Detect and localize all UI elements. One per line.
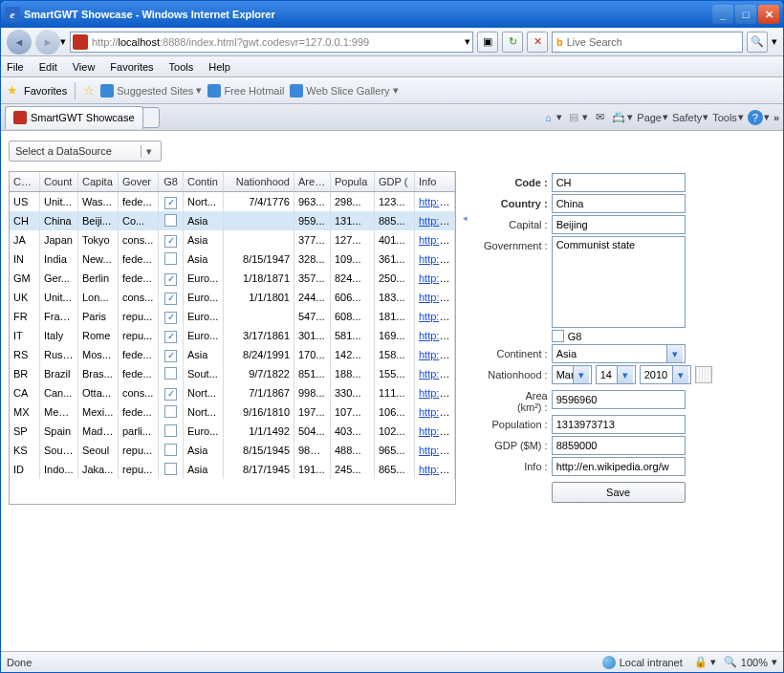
table-row[interactable]: BRBrazilBras...fede...Sout...9/7/1822851… [10, 364, 455, 383]
continent-select[interactable]: Asia [552, 344, 686, 363]
stop-button[interactable]: ✕ [527, 32, 548, 53]
g8-cell-checkbox[interactable]: ✓ [164, 293, 177, 305]
info-field[interactable]: http://en.wikipedia.org/w [552, 457, 686, 476]
back-button[interactable]: ◄ [7, 30, 32, 54]
search-go-button[interactable]: 🔍 [747, 32, 768, 53]
free-hotmail-link[interactable]: Free Hotmail [207, 84, 284, 98]
favorites-label[interactable]: Favorites [24, 85, 67, 97]
tools-menu[interactable]: Tools ▾ [712, 111, 744, 123]
mail-button[interactable]: ✉ [592, 110, 607, 125]
info-link[interactable]: http:/... [419, 253, 451, 265]
area-field[interactable]: 9596960 [552, 390, 686, 409]
table-row[interactable]: SPSpainMadridparli...Euro...1/1/1492504.… [10, 422, 455, 441]
g8-cell-checkbox[interactable]: ✓ [164, 235, 177, 248]
feeds-button[interactable]: ▤▾ [566, 110, 588, 125]
col-nationhood[interactable]: Nationhood [224, 172, 294, 191]
print-button[interactable]: 📇▾ [611, 110, 633, 125]
table-row[interactable]: INIndiaNew...fede...Asia8/15/1947328...1… [10, 250, 455, 269]
table-row[interactable]: IDIndo...Jaka...repu...Asia8/17/1945191.… [10, 460, 455, 479]
col-info[interactable]: Info [415, 172, 455, 191]
info-link[interactable]: http:/... [419, 215, 451, 227]
info-link[interactable]: http:/... [419, 349, 451, 360]
g8-cell-checkbox[interactable] [164, 405, 177, 418]
code-field[interactable]: CH [552, 173, 686, 192]
col-capital[interactable]: Capita [78, 172, 119, 191]
forward-button[interactable]: ► [35, 30, 60, 54]
g8-checkbox[interactable] [552, 330, 564, 342]
table-row[interactable]: JAJapanTokyocons...✓Asia377...127...401.… [10, 230, 455, 250]
help-button[interactable]: ?▾ [748, 110, 770, 125]
table-row[interactable]: GMGer...Berlinfede...✓Euro...1/18/187135… [10, 269, 455, 288]
col-country[interactable]: Count [40, 172, 78, 191]
protected-mode-icon[interactable]: 🔒 ▾ [694, 656, 716, 668]
menu-file[interactable]: File [7, 61, 24, 73]
history-dropdown-icon[interactable]: ▾ [60, 35, 66, 48]
g8-cell-checkbox[interactable]: ✓ [164, 273, 177, 286]
more-icon[interactable]: » [773, 112, 779, 123]
info-link[interactable]: http:/... [419, 272, 451, 284]
menu-view[interactable]: View [73, 61, 96, 73]
suggested-sites-link[interactable]: Suggested Sites ▾ [100, 84, 202, 98]
search-dropdown-icon[interactable]: ▾ [772, 35, 777, 48]
splitter-handle[interactable]: ◂ [460, 171, 465, 505]
add-fav-icon[interactable]: ☆ [83, 83, 95, 98]
minimize-button[interactable]: _ [712, 5, 733, 24]
star-icon[interactable]: ★ [7, 83, 18, 98]
capital-field[interactable]: Beijing [552, 215, 686, 234]
info-link[interactable]: http:/... [419, 464, 451, 475]
g8-cell-checkbox[interactable] [164, 444, 177, 456]
refresh-button[interactable]: ↻ [502, 32, 523, 53]
table-row[interactable]: FRFranceParisrepu...✓Euro...547...608...… [10, 307, 455, 326]
maximize-button[interactable]: □ [735, 5, 756, 24]
nat-day-select[interactable]: 14 [596, 365, 636, 384]
table-row[interactable]: CHChinaBeiji...Co...Asia959...131...885.… [10, 211, 455, 230]
table-row[interactable]: ITItalyRomerepu...✓Euro...3/17/1861301..… [10, 326, 455, 345]
col-government[interactable]: Gover [119, 172, 159, 191]
menu-favorites[interactable]: Favorites [110, 61, 153, 73]
col-continent[interactable]: Contin [184, 172, 224, 191]
info-link[interactable]: http:/... [419, 311, 451, 322]
page-menu[interactable]: Page ▾ [637, 111, 668, 123]
table-row[interactable]: RSRussiaMos...fede...✓Asia8/24/1991170..… [10, 345, 455, 364]
addr-dropdown-icon[interactable]: ▾ [465, 35, 470, 48]
g8-cell-checkbox[interactable] [164, 214, 177, 227]
tab-smartgwt[interactable]: SmartGWT Showcase [5, 106, 143, 129]
close-button[interactable]: ✕ [758, 5, 779, 24]
population-field[interactable]: 1313973713 [552, 415, 686, 434]
menu-help[interactable]: Help [208, 61, 230, 73]
g8-cell-checkbox[interactable] [164, 367, 177, 380]
nat-year-select[interactable]: 2010 [640, 365, 691, 384]
menu-edit[interactable]: Edit [39, 61, 57, 73]
g8-cell-checkbox[interactable] [164, 424, 177, 437]
home-button[interactable]: ⌂▾ [540, 110, 562, 125]
g8-cell-checkbox[interactable]: ✓ [164, 197, 177, 209]
g8-cell-checkbox[interactable]: ✓ [164, 388, 177, 401]
col-gdp[interactable]: GDP ( [375, 172, 415, 191]
info-link[interactable]: http:/... [419, 445, 451, 456]
info-link[interactable]: http:/... [419, 330, 451, 341]
address-bar[interactable]: http://localhost:8888/index.html?gwt.cod… [70, 32, 473, 53]
g8-cell-checkbox[interactable]: ✓ [164, 331, 177, 343]
info-link[interactable]: http:/... [419, 196, 451, 207]
zoom-control[interactable]: 🔍 100% ▾ [724, 656, 777, 668]
menu-tools[interactable]: Tools [169, 61, 194, 73]
table-row[interactable]: CACan...Otta...cons...✓Nort...7/1/186799… [10, 383, 455, 402]
security-zone[interactable]: Local intranet [602, 656, 683, 669]
save-button[interactable]: Save [552, 482, 686, 503]
table-row[interactable]: UKUnit...Lon...cons...✓Euro...1/1/180124… [10, 288, 455, 307]
g8-cell-checkbox[interactable]: ✓ [164, 350, 177, 362]
info-link[interactable]: http:/... [419, 387, 451, 399]
table-row[interactable]: KSSout...Seoulrepu...Asia8/15/1945984804… [10, 441, 455, 460]
g8-cell-checkbox[interactable] [164, 252, 177, 265]
col-code[interactable]: Code [10, 172, 40, 191]
g8-cell-checkbox[interactable] [164, 463, 177, 475]
info-link[interactable]: http:/... [419, 406, 451, 418]
col-area[interactable]: Area ( [294, 172, 331, 191]
government-field[interactable]: Communist state [552, 236, 686, 328]
info-link[interactable]: http:/... [419, 234, 451, 246]
search-box[interactable]: b Live Search [552, 32, 743, 53]
info-link[interactable]: http:/... [419, 425, 451, 437]
compat-button[interactable]: ▣ [477, 32, 498, 53]
nat-month-select[interactable]: Mar [552, 365, 592, 384]
table-row[interactable]: MXMexi...Mexi...fede...Nort...9/16/18101… [10, 402, 455, 422]
